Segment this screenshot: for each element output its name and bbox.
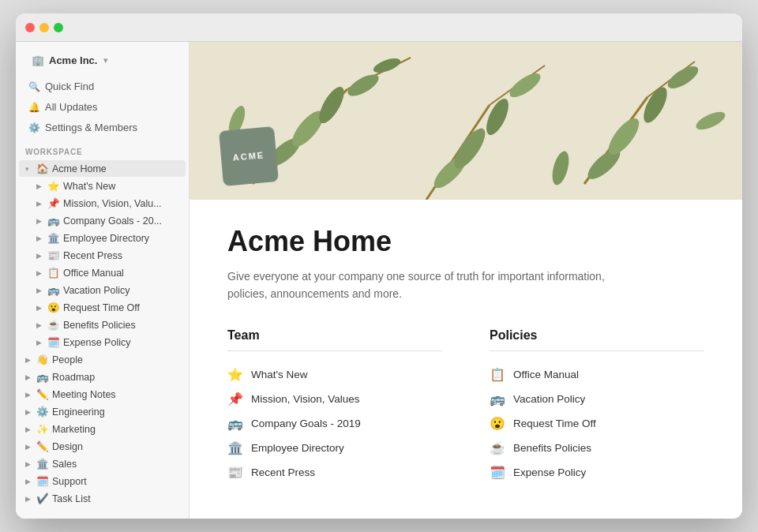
page-description: Give everyone at your company one source… <box>227 268 622 303</box>
policies-column: Policies 📋 Office Manual 🚌 Vacation Poli… <box>490 328 704 485</box>
chevron-right-icon: ▶ <box>36 252 44 260</box>
chevron-right-icon: ▶ <box>25 408 33 416</box>
maximize-button[interactable] <box>54 23 63 32</box>
roadmap-icon: 🚌 <box>36 371 49 383</box>
sidebar-item-expense-policy[interactable]: ▶ 🗓️ Expense Policy <box>19 334 186 350</box>
support-icon: 🗓️ <box>36 475 49 487</box>
whats-new-icon: ⭐ <box>227 367 243 382</box>
sidebar-item-engineering[interactable]: ▶ ⚙️ Engineering <box>19 403 186 420</box>
chevron-right-icon: ▶ <box>36 217 44 225</box>
sidebar-item-all-updates[interactable]: 🔔 All Updates <box>19 97 186 117</box>
policy-item-expense-policy[interactable]: 🗓️ Expense Policy <box>490 460 704 485</box>
sidebar-item-mission[interactable]: ▶ 📌 Mission, Vision, Valu... <box>19 195 186 212</box>
titlebar <box>16 13 742 42</box>
sidebar-item-acme-home[interactable]: ▾ 🏠 Acme Home <box>19 160 186 177</box>
traffic-lights <box>25 23 63 32</box>
whats-new-icon: ⭐ <box>47 180 60 192</box>
chevron-right-icon: ▶ <box>25 425 33 433</box>
sidebar-item-task-list[interactable]: ▶ ✔️ Task List <box>19 490 186 507</box>
engineering-icon: ⚙️ <box>36 406 49 418</box>
sidebar-item-support[interactable]: ▶ 🗓️ Support <box>19 473 186 489</box>
sales-icon: 🏛️ <box>36 458 49 470</box>
sidebar-item-roadmap[interactable]: ▶ 🚌 Roadmap <box>19 369 186 385</box>
sidebar-header: 🏢 Acme Inc. ▾ <box>16 42 189 76</box>
page-body: Acme Home Give everyone at your company … <box>190 200 742 516</box>
employee-directory-icon: 🏛️ <box>227 440 243 455</box>
company-goals-icon: 🚌 <box>47 215 60 227</box>
updates-icon: 🔔 <box>28 102 40 113</box>
chevron-right-icon: ▶ <box>36 339 44 347</box>
sidebar-item-benefits-policies[interactable]: ▶ ☕ Benefits Policies <box>19 317 186 333</box>
sidebar-item-recent-press[interactable]: ▶ 📰 Recent Press <box>19 247 186 264</box>
workspace-icon: 🏢 <box>32 54 44 66</box>
team-column: Team ⭐ What's New 📌 Mission, Vision, Val… <box>227 328 442 485</box>
app-window: 🏢 Acme Inc. ▾ 🔍 Quick Find 🔔 All Updates… <box>16 13 742 519</box>
vacation-policy-icon: 🚌 <box>47 284 60 296</box>
chevron-right-icon: ▶ <box>36 269 44 277</box>
app-body: 🏢 Acme Inc. ▾ 🔍 Quick Find 🔔 All Updates… <box>16 42 742 519</box>
recent-press-icon: 📰 <box>47 249 60 261</box>
chevron-right-icon: ▶ <box>36 287 44 294</box>
policy-item-office-manual[interactable]: 📋 Office Manual <box>490 362 704 387</box>
chevron-right-icon: ▶ <box>25 478 33 485</box>
company-goals-icon: 🚌 <box>227 416 243 431</box>
sidebar-item-sales[interactable]: ▶ 🏛️ Sales <box>19 455 186 472</box>
sidebar-item-settings[interactable]: ⚙️ Settings & Members <box>19 118 186 137</box>
benefits-policies-icon: ☕ <box>47 319 60 331</box>
mission-icon: 📌 <box>227 392 243 406</box>
sidebar-nav: 🔍 Quick Find 🔔 All Updates ⚙️ Settings &… <box>16 76 189 138</box>
expense-policy-icon: 🗓️ <box>490 465 505 480</box>
team-item-company-goals[interactable]: 🚌 Company Goals - 2019 <box>227 411 442 436</box>
sidebar-item-design[interactable]: ▶ ✏️ Design <box>19 438 186 455</box>
marketing-icon: ✨ <box>36 423 49 435</box>
team-item-recent-press[interactable]: 📰 Recent Press <box>227 460 442 485</box>
team-item-whats-new[interactable]: ⭐ What's New <box>227 362 442 387</box>
chevron-right-icon: ▶ <box>36 234 44 242</box>
hero-banner: ACME <box>190 42 742 200</box>
policy-item-vacation-policy[interactable]: 🚌 Vacation Policy <box>490 387 704 411</box>
minimize-button[interactable] <box>39 23 49 32</box>
sidebar-item-marketing[interactable]: ▶ ✨ Marketing <box>19 421 186 437</box>
chevron-right-icon: ▶ <box>25 373 33 381</box>
acme-logo: ACME <box>219 126 279 186</box>
expense-policy-icon: 🗓️ <box>47 336 60 348</box>
sidebar-item-people[interactable]: ▶ 👋 People <box>19 351 186 368</box>
sidebar-item-office-manual[interactable]: ▶ 📋 Office Manual <box>19 264 186 281</box>
workspace-name[interactable]: 🏢 Acme Inc. ▾ <box>25 50 179 71</box>
sidebar-item-request-time-off[interactable]: ▶ 😮 Request Time Off <box>19 299 186 316</box>
workspace-label: Acme Inc. <box>49 54 97 66</box>
design-icon: ✏️ <box>36 440 49 452</box>
benefits-policies-icon: ☕ <box>490 440 505 455</box>
team-column-title: Team <box>227 328 442 351</box>
office-manual-icon: 📋 <box>490 367 505 382</box>
sidebar-item-company-goals[interactable]: ▶ 🚌 Company Goals - 20... <box>19 212 186 229</box>
policy-item-request-time-off[interactable]: 😮 Request Time Off <box>490 411 704 436</box>
chevron-right-icon: ▶ <box>36 182 44 190</box>
task-list-icon: ✔️ <box>36 493 49 504</box>
settings-icon: ⚙️ <box>28 122 40 133</box>
close-button[interactable] <box>25 23 35 32</box>
mission-icon: 📌 <box>47 197 60 209</box>
sidebar-tree: ▾ 🏠 Acme Home ▶ ⭐ What's New ▶ 📌 Mission… <box>16 159 189 508</box>
chevron-right-icon: ▶ <box>36 304 44 312</box>
chevron-right-icon: ▶ <box>36 200 44 208</box>
team-item-mission[interactable]: 📌 Mission, Vision, Values <box>227 387 442 411</box>
sidebar-item-quick-find[interactable]: 🔍 Quick Find <box>19 77 186 96</box>
chevron-right-icon: ▶ <box>25 356 33 364</box>
search-icon: 🔍 <box>28 81 40 92</box>
team-item-employee-directory[interactable]: 🏛️ Employee Directory <box>227 436 442 460</box>
workspace-chevron: ▾ <box>103 56 107 65</box>
office-manual-icon: 📋 <box>47 267 60 279</box>
new-page-button[interactable]: + New page <box>16 511 189 519</box>
policy-item-benefits-policies[interactable]: ☕ Benefits Policies <box>490 436 704 460</box>
sidebar-item-meeting-notes[interactable]: ▶ ✏️ Meeting Notes <box>19 386 186 403</box>
chevron-right-icon: ▶ <box>36 321 44 329</box>
chevron-down-icon: ▾ <box>25 165 33 173</box>
sidebar-item-whats-new[interactable]: ▶ ⭐ What's New <box>19 178 186 194</box>
sidebar-item-vacation-policy[interactable]: ▶ 🚌 Vacation Policy <box>19 282 186 298</box>
chevron-right-icon: ▶ <box>25 391 33 399</box>
chevron-right-icon: ▶ <box>25 460 33 468</box>
policies-column-title: Policies <box>490 328 704 351</box>
sidebar-item-employee-directory[interactable]: ▶ 🏛️ Employee Directory <box>19 230 186 246</box>
request-time-off-icon: 😮 <box>47 302 60 313</box>
